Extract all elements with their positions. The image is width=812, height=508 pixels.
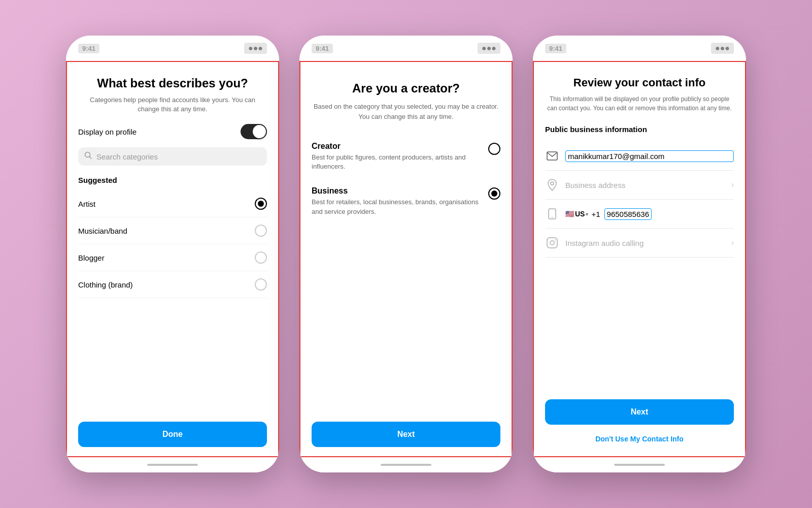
screen-3: Review your contact info This informatio… (533, 61, 746, 457)
category-item-community[interactable]: Community (78, 298, 267, 302)
category-name-artist: Artist (78, 200, 95, 208)
toggle-knob (253, 125, 266, 138)
radio-blogger[interactable] (255, 251, 267, 264)
business-address-placeholder: Business address (565, 181, 725, 189)
phone-prefix: +1 (591, 210, 600, 218)
country-selector[interactable]: 🇺🇸 US ▾ +1 (565, 210, 600, 218)
phone-icon (545, 207, 559, 221)
category-name-blogger: Blogger (78, 253, 105, 262)
phone-2: 9:41 ●●● Are you a creator? Based on the… (299, 36, 513, 472)
screen3-subtitle: This information will be displayed on yo… (545, 94, 734, 113)
screen1-subtitle: Categories help people find accounts lik… (78, 96, 267, 114)
screen2-subtitle: Based on the category that you selected,… (312, 102, 500, 121)
suggested-label: Suggested (78, 176, 267, 184)
display-on-profile-toggle[interactable] (241, 124, 267, 139)
phone-1: 9:41 ●●● What best describes you? Catego… (66, 36, 279, 472)
creator-option-text-creator: Creator Best for public figures, content… (312, 142, 488, 171)
status-icons-3: ●●● (711, 43, 734, 54)
screen-2: Are you a creator? Based on the category… (299, 61, 513, 457)
country-dropdown-arrow[interactable]: ▾ (586, 211, 588, 217)
status-time-1: 9:41 (78, 44, 99, 53)
category-item-musician[interactable]: Musician/band (78, 217, 267, 244)
radio-musician[interactable] (255, 225, 267, 237)
creator-options: Creator Best for public figures, content… (312, 142, 500, 278)
email-row[interactable]: manikkumar170@gmail.com (545, 142, 734, 171)
country-code: US (575, 210, 585, 218)
screen-2-content: Are you a creator? Based on the category… (299, 61, 513, 457)
screen-1: What best describes you? Categories help… (66, 61, 279, 457)
screen3-title: Review your contact info (545, 76, 734, 89)
business-option-text: Business Best for retailers, local busin… (312, 186, 488, 216)
svg-point-7 (550, 241, 554, 245)
phone-bottom-bar-3 (533, 457, 746, 472)
svg-rect-2 (547, 152, 557, 160)
category-name-clothing: Clothing (brand) (78, 280, 133, 289)
email-icon (545, 149, 559, 163)
category-item-clothing[interactable]: Clothing (brand) (78, 271, 267, 298)
svg-point-5 (552, 217, 553, 218)
next-button-screen2[interactable]: Next (312, 422, 500, 447)
status-icons-2: ●●● (478, 43, 500, 54)
screen2-title: Are you a creator? (312, 81, 500, 96)
home-indicator-2 (381, 464, 431, 466)
country-flag: 🇺🇸 (565, 210, 574, 218)
radio-creator-option[interactable] (488, 143, 500, 155)
phone-row[interactable]: 🇺🇸 US ▾ +1 9650585636 (545, 200, 734, 229)
phone-bottom-bar-1 (66, 457, 279, 472)
status-bar-3: 9:41 ●●● (533, 36, 746, 61)
status-bar-2: 9:41 ●●● (299, 36, 513, 61)
next-button-screen3[interactable]: Next (545, 399, 734, 425)
home-indicator-3 (614, 464, 665, 466)
status-time-3: 9:41 (545, 44, 566, 53)
instagram-audio-placeholder: Instagram audio calling (565, 239, 725, 247)
business-address-row[interactable]: Business address › (545, 171, 734, 200)
search-categories-box[interactable]: Search categories (78, 147, 267, 166)
search-icon (84, 151, 92, 162)
display-on-profile-label: Display on profile (78, 128, 137, 136)
phone-number-row: 🇺🇸 US ▾ +1 9650585636 (565, 208, 734, 220)
status-icons-1: ●●● (244, 43, 267, 54)
done-button[interactable]: Done (78, 422, 267, 447)
radio-inner-dot-business (491, 190, 497, 197)
display-on-profile-row: Display on profile (78, 124, 267, 139)
creator-desc: Best for public figures, content produce… (312, 153, 488, 171)
location-icon (545, 178, 559, 192)
home-indicator-1 (147, 464, 198, 466)
phone-bottom-bar-2 (299, 457, 513, 472)
search-categories-placeholder: Search categories (96, 152, 261, 161)
business-desc: Best for retailers, local businesses, br… (312, 198, 488, 216)
creator-option-creator[interactable]: Creator Best for public figures, content… (312, 142, 500, 171)
category-item-blogger[interactable]: Blogger (78, 244, 267, 271)
status-time-2: 9:41 (312, 44, 333, 53)
radio-clothing[interactable] (255, 278, 267, 291)
business-title: Business (312, 186, 488, 196)
dont-use-contact-info-button[interactable]: Don't Use My Contact Info (545, 431, 734, 447)
svg-point-8 (555, 240, 556, 241)
svg-line-1 (90, 157, 92, 159)
creator-option-business[interactable]: Business Best for retailers, local busin… (312, 186, 500, 216)
category-item-artist[interactable]: Artist (78, 190, 267, 217)
public-info-label: Public business information (545, 125, 734, 134)
category-name-musician: Musician/band (78, 227, 127, 235)
screen-3-content: Review your contact info This informatio… (533, 61, 746, 457)
creator-title: Creator (312, 142, 488, 151)
instagram-audio-chevron: › (731, 238, 734, 247)
instagram-audio-row[interactable]: Instagram audio calling › (545, 229, 734, 258)
radio-business-option[interactable] (488, 187, 500, 200)
screen-1-content: What best describes you? Categories help… (66, 61, 279, 457)
status-bar-1: 9:41 ●●● (66, 36, 279, 61)
category-list: Artist Musician/band Blogger Clothing (b… (78, 190, 267, 302)
instagram-icon (545, 236, 559, 250)
screen1-title: What best describes you? (78, 76, 267, 90)
phone-3: 9:41 ●●● Review your contact info This i… (533, 36, 746, 472)
business-address-chevron: › (731, 180, 734, 189)
svg-rect-6 (547, 238, 557, 248)
email-value[interactable]: manikkumar170@gmail.com (565, 150, 734, 162)
svg-point-3 (551, 182, 554, 185)
radio-artist[interactable] (255, 198, 267, 210)
phone-number-value[interactable]: 9650585636 (604, 208, 652, 220)
